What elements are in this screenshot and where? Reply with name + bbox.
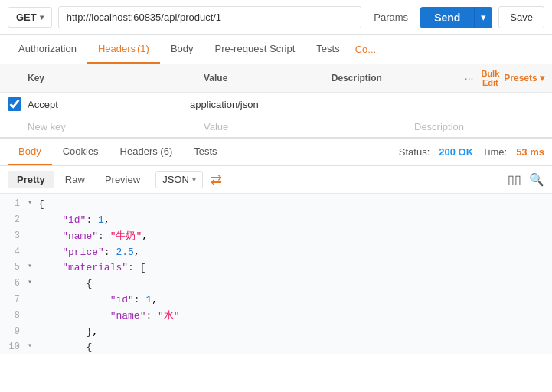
- tab-headers[interactable]: Headers(1): [87, 35, 160, 64]
- line-content: {: [38, 276, 552, 292]
- line-number: 10: [0, 340, 28, 354]
- code-token: "materials": [62, 262, 128, 273]
- new-desc-placeholder[interactable]: Description: [414, 121, 544, 132]
- code-token: 2.5: [116, 247, 133, 258]
- body-tab-pretty[interactable]: Pretty: [8, 171, 54, 188]
- tab-tests-req[interactable]: Tests: [305, 35, 350, 64]
- row-checkbox[interactable]: [8, 97, 21, 111]
- code-token: [38, 341, 86, 353]
- top-bar: GET ▾ Params Send ▾ Save: [0, 0, 552, 35]
- col-actions: ··· Bulk Edit Presets ▾: [462, 69, 544, 87]
- tab-body[interactable]: Body: [160, 35, 204, 64]
- line-content: {: [38, 340, 552, 354]
- line-content: "price": 2.5,: [38, 245, 552, 261]
- code-area[interactable]: 1▾{2 "id": 1,3 "name": "牛奶",4 "price": 2…: [0, 194, 552, 354]
- presets-button[interactable]: Presets ▾: [504, 73, 544, 83]
- send-dropdown-icon: ▾: [481, 11, 486, 23]
- code-token: [38, 310, 110, 322]
- line-number: 4: [0, 245, 28, 260]
- save-button[interactable]: Save: [498, 6, 544, 28]
- code-token: ,: [104, 214, 110, 226]
- code-token: "price": [62, 247, 104, 258]
- fold-arrow-icon[interactable]: ▾: [28, 276, 37, 289]
- code-token: "name": [110, 310, 146, 322]
- code-token: 1: [98, 214, 104, 226]
- line-content: {: [38, 197, 552, 213]
- fold-arrow-icon[interactable]: ▾: [28, 197, 37, 209]
- copy-icon[interactable]: ▯▯: [508, 172, 521, 187]
- code-line: 7 "id": 1,: [0, 292, 552, 309]
- line-number: 1: [0, 197, 28, 211]
- code-token: [38, 326, 86, 338]
- body-tabs-bar: Pretty Raw Preview JSON ▾ ⇄ ▯▯ 🔍: [0, 166, 552, 194]
- code-token: :: [104, 247, 116, 258]
- line-content: "id": 1,: [38, 292, 552, 309]
- code-token: [38, 278, 86, 289]
- code-line: 10▾ {: [0, 340, 552, 354]
- line-content: "id": 1,: [38, 213, 552, 229]
- url-input[interactable]: [58, 6, 362, 28]
- code-token: {: [38, 198, 44, 210]
- resp-tab-tests[interactable]: Tests: [183, 139, 227, 165]
- headers-table-wrap: Key Value Description ··· Bulk Edit Pres…: [0, 64, 552, 138]
- response-section: Body Cookies Headers (6) Tests Status: 2…: [0, 138, 552, 354]
- search-icon[interactable]: 🔍: [529, 172, 544, 187]
- fold-arrow-icon[interactable]: ▾: [28, 260, 37, 273]
- new-key-placeholder[interactable]: New key: [28, 121, 204, 132]
- resp-tab-headers[interactable]: Headers (6): [109, 139, 184, 165]
- format-chevron-icon: ▾: [192, 175, 196, 184]
- code-line: 9 },: [0, 325, 552, 341]
- code-token: [38, 214, 62, 226]
- body-tools-right: ▯▯ 🔍: [508, 172, 544, 187]
- wrap-icon[interactable]: ⇄: [211, 172, 222, 188]
- format-select[interactable]: JSON ▾: [155, 171, 203, 188]
- line-content: "materials": [: [38, 260, 552, 276]
- col-value-label: Value: [204, 73, 332, 83]
- code-token: [38, 262, 62, 273]
- code-token: {: [86, 278, 92, 289]
- resp-status: Status: 200 OK Time: 53 ms: [399, 146, 544, 158]
- code-token: "水": [158, 310, 180, 322]
- header-key-cell: Accept: [28, 99, 190, 110]
- code-token: [38, 294, 110, 305]
- tab-prerequest[interactable]: Pre-request Script: [204, 35, 306, 64]
- dots-button[interactable]: ···: [462, 72, 477, 84]
- method-select[interactable]: GET ▾: [8, 7, 52, 28]
- tab-overflow[interactable]: Co...: [351, 36, 381, 63]
- code-token: "牛奶": [110, 230, 142, 242]
- response-tabs-bar: Body Cookies Headers (6) Tests Status: 2…: [0, 139, 552, 166]
- code-line: 3 "name": "牛奶",: [0, 229, 552, 245]
- body-tab-raw[interactable]: Raw: [56, 171, 94, 188]
- code-token: [38, 230, 62, 242]
- line-number: 5: [0, 260, 28, 275]
- new-value-placeholder[interactable]: Value: [204, 121, 414, 132]
- send-dropdown-button[interactable]: ▾: [474, 7, 492, 28]
- col-desc-label: Description: [332, 73, 462, 83]
- code-token: :: [145, 310, 158, 322]
- line-content: "name": "水": [38, 309, 552, 325]
- code-token: "id": [62, 214, 86, 226]
- body-tab-preview[interactable]: Preview: [96, 171, 149, 188]
- code-token: ,: [142, 230, 148, 242]
- resp-tab-cookies[interactable]: Cookies: [52, 139, 109, 165]
- fold-arrow-icon[interactable]: ▾: [28, 340, 37, 352]
- resp-tab-body[interactable]: Body: [8, 139, 52, 165]
- bulk-edit-button[interactable]: Bulk Edit: [481, 69, 499, 87]
- code-token: [: [140, 262, 146, 273]
- status-code: 200 OK: [439, 146, 473, 158]
- col-key-label: Key: [28, 73, 204, 83]
- code-token: ,: [92, 326, 98, 338]
- line-number: 2: [0, 213, 28, 227]
- line-content: },: [38, 325, 552, 341]
- request-tabs: Authorization Headers(1) Body Pre-reques…: [0, 35, 552, 64]
- method-label: GET: [16, 11, 37, 23]
- code-token: ,: [152, 294, 158, 305]
- code-token: [38, 247, 62, 258]
- send-button[interactable]: Send: [420, 7, 474, 28]
- code-token: {: [86, 341, 92, 353]
- status-label: Status:: [399, 146, 430, 158]
- code-token: "name": [62, 230, 98, 242]
- params-button[interactable]: Params: [367, 8, 414, 27]
- tab-authorization[interactable]: Authorization: [8, 35, 87, 64]
- code-line: 5▾ "materials": [: [0, 260, 552, 276]
